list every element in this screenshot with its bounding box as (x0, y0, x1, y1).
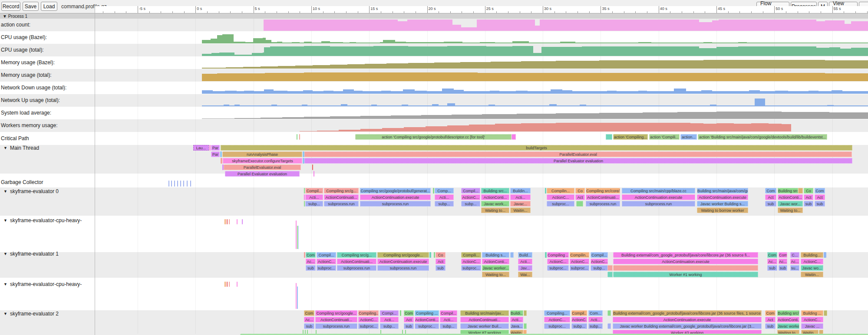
trace-event-bar[interactable]: sub (779, 265, 787, 271)
trace-event-bar[interactable]: Building src... (481, 188, 509, 194)
trace-event-bar[interactable]: Act (815, 194, 825, 200)
trace-event-bar[interactable]: Waiting to... (778, 207, 803, 213)
trace-event-bar[interactable]: action... (680, 134, 697, 140)
trace-event-tick[interactable] (524, 310, 527, 316)
trace-event-bar[interactable]: Compil... (440, 310, 457, 316)
trace-event-tick[interactable] (187, 181, 188, 187)
trace-event-bar[interactable]: runAnalysisPhase (222, 151, 302, 157)
trace-event-bar[interactable]: Building src... (778, 188, 798, 194)
trace-event-bar[interactable]: ActionC... (570, 259, 589, 264)
trace-event-bar[interactable]: ActionC... (547, 194, 574, 200)
trace-event-tick[interactable] (613, 265, 758, 271)
trace-event-bar[interactable]: Ac... (779, 259, 787, 264)
trace-event-bar[interactable]: Compiling src/main/cpp/blaze.cc (622, 188, 695, 194)
trace-event-tick[interactable] (824, 252, 826, 258)
trace-event-bar[interactable]: Building src/main/java/com/go... (697, 188, 748, 194)
trace-event-bar[interactable]: ActionConti... (481, 194, 509, 200)
trace-event-bar[interactable]: Waiting to borrow worker (697, 207, 748, 213)
trace-event-bar[interactable]: Ac... (304, 317, 314, 322)
trace-event-bar[interactable]: ActionC... (801, 317, 823, 322)
trace-event-tick[interactable] (512, 134, 516, 140)
trace-event-bar[interactable]: Javac wo... (801, 265, 823, 271)
trace-event-bar[interactable]: Compiling ... (547, 252, 569, 258)
trace-event-bar[interactable]: ActionC... (461, 259, 481, 264)
trace-event-bar[interactable]: Java... (510, 323, 523, 329)
trace-event-bar[interactable]: sub (815, 201, 825, 207)
trace-event-bar[interactable]: Compiling... (358, 310, 379, 316)
trace-event-bar[interactable]: Compil... (305, 188, 323, 194)
trace-event-bar[interactable]: Compi... (380, 310, 399, 316)
trace-event-tick[interactable] (304, 194, 305, 200)
trace-event-bar[interactable]: subp... (461, 201, 480, 207)
system-load-average-chart[interactable] (95, 107, 868, 119)
trace-event-tick[interactable] (304, 201, 305, 207)
trace-event-tick[interactable] (304, 188, 305, 194)
trace-event-bar[interactable]: subproc... (415, 323, 439, 329)
trace-event-tick[interactable] (227, 219, 228, 224)
trace-event-tick[interactable] (607, 265, 613, 271)
trace-event-tick[interactable] (545, 252, 547, 258)
process-header[interactable]: ▼ Process 1 (0, 13, 868, 19)
trace-event-bar[interactable]: Compiling src/google... (377, 252, 429, 258)
trace-event-bar[interactable]: Parallel Evaluator evaluation (304, 158, 852, 164)
trace-event-bar[interactable]: Javac worker Buil... (460, 323, 509, 329)
trace-event-bar[interactable]: Compiling src/g... (324, 188, 359, 194)
trace-event-tick[interactable] (227, 282, 228, 287)
trace-event-tick[interactable] (299, 134, 300, 140)
trace-event-bar[interactable]: Comp... (435, 188, 454, 194)
trace-event-bar[interactable]: Co (804, 188, 813, 194)
trace-event-bar[interactable]: Acti... (510, 317, 523, 322)
trace-event-bar[interactable]: Parallel Evaluator evaluation (225, 171, 300, 177)
trace-event-bar[interactable]: Com (306, 252, 316, 258)
trace-event-bar[interactable]: Javac worker... (777, 323, 799, 329)
trace-event-tick[interactable] (297, 226, 298, 249)
trace-event-bar[interactable]: sub (765, 201, 776, 207)
trace-event-tick[interactable] (304, 252, 305, 258)
trace-event-tick[interactable] (429, 252, 431, 258)
trace-event-tick[interactable] (296, 220, 297, 249)
trace-event-bar[interactable]: ActionContinuation.execute (622, 194, 695, 200)
trace-event-bar[interactable]: subprocess.run (324, 201, 359, 207)
trace-event-bar[interactable]: Buildi... (510, 310, 523, 316)
trace-event-bar[interactable]: Building external/com_google_protobuf/ja… (613, 310, 762, 316)
trace-event-bar[interactable]: skyframeExecutor.configureTargets (223, 158, 302, 164)
save-button[interactable]: Save (23, 2, 39, 11)
track-label-skyframe-evaluator-0[interactable]: ▼skyframe-evaluator 0 (3, 188, 59, 194)
trace-event-bar[interactable]: ActionContinuati... (337, 259, 376, 264)
trace-event-tick[interactable] (798, 188, 803, 194)
track-label-skyframe-evaluator-cpu-heavy-2[interactable]: ▼skyframe-evaluator-cpu-heavy- (3, 281, 82, 287)
trace-event-bar[interactable]: ActionC... (801, 259, 823, 264)
trace-event-tick[interactable] (607, 310, 611, 316)
trace-event-tick[interactable] (183, 181, 184, 187)
trace-event-tick[interactable] (312, 164, 313, 170)
trace-event-bar[interactable]: subp... (435, 201, 454, 207)
trace-event-tick[interactable] (190, 181, 191, 187)
trace-event-bar[interactable]: Com... (588, 310, 603, 316)
trace-event-tick[interactable] (177, 181, 178, 187)
trace-event-tick[interactable] (298, 226, 299, 249)
trace-event-bar[interactable]: sub (767, 265, 777, 271)
trace-event-bar[interactable]: Javac ... (801, 323, 823, 329)
trace-event-tick[interactable] (296, 283, 297, 309)
trace-event-tick[interactable] (224, 282, 226, 287)
trace-event-bar[interactable]: Act (765, 194, 776, 200)
trace-event-bar[interactable]: ParallelEvaluator.eval (224, 164, 301, 170)
trace-event-bar[interactable]: sub (304, 323, 314, 329)
trace-event-tick[interactable] (607, 272, 613, 277)
trace-event-bar[interactable]: C... (790, 252, 799, 258)
trace-event-bar[interactable]: Javac work... (481, 201, 509, 207)
trace-event-tick[interactable] (824, 310, 827, 316)
collapse-arrow-icon[interactable]: ▼ (3, 312, 7, 316)
trace-event-bar[interactable]: Act (765, 317, 776, 322)
trace-event-bar[interactable]: subprocess.run (315, 323, 357, 329)
trace-event-bar[interactable]: Act (436, 259, 446, 264)
trace-event-tick[interactable] (221, 158, 222, 164)
trace-event-bar[interactable]: Compiling ... (415, 310, 439, 316)
trace-event-bar[interactable]: Compiling src/core/... (586, 188, 620, 194)
collapse-arrow-icon[interactable]: ▼ (3, 146, 7, 150)
trace-event-bar[interactable]: Building ... (801, 310, 823, 316)
collapse-arrow-icon[interactable]: ▼ (3, 189, 7, 194)
trace-event-bar[interactable]: Com (815, 188, 825, 194)
trace-event-bar[interactable]: subp... (591, 265, 608, 271)
trace-event-bar[interactable]: sub (436, 265, 446, 271)
